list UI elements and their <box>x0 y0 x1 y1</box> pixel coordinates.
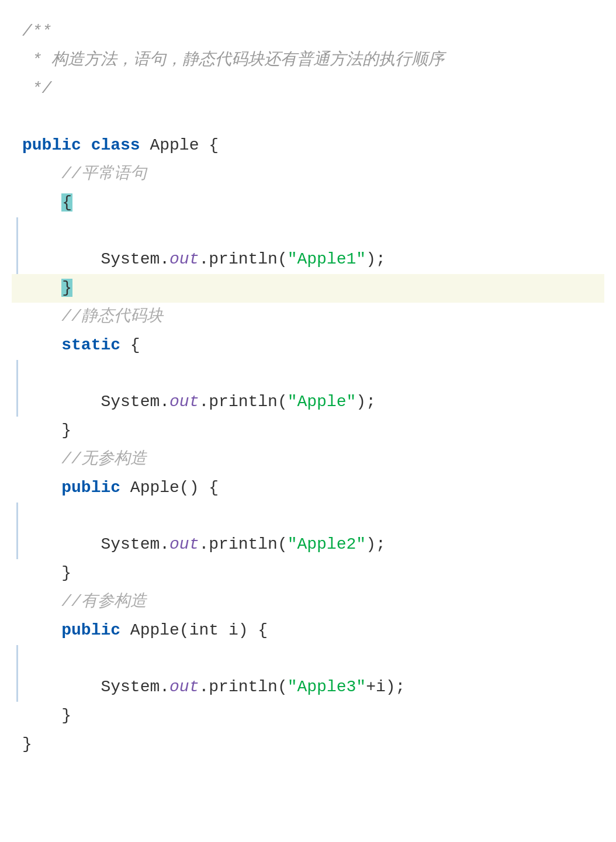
javadoc-close: */ <box>22 79 51 98</box>
gutter-17 <box>12 474 22 503</box>
gutter-22 <box>12 616 22 645</box>
gutter-21 <box>12 588 22 616</box>
gutter-23 <box>12 645 22 674</box>
keyword-public-3: public <box>61 621 120 639</box>
gutter-16 <box>12 445 22 474</box>
line-content-14: System.out.println("Apple"); <box>22 388 604 417</box>
method-out-3: out <box>169 535 199 553</box>
line-8 <box>12 217 604 246</box>
gutter-2 <box>12 46 22 75</box>
keyword-public-2: public <box>61 479 120 497</box>
gutter-5 <box>12 131 22 160</box>
gutter-7 <box>12 189 22 217</box>
comment-no-param: //无参构造 <box>61 450 147 468</box>
gutter-15 <box>12 417 22 445</box>
line-13 <box>12 360 604 389</box>
line-11: //静态代码块 <box>12 303 604 331</box>
line-20: } <box>12 559 604 588</box>
gutter-20 <box>12 559 22 588</box>
string-apple3: "Apple3" <box>288 678 366 696</box>
line-content-8 <box>22 217 604 246</box>
gutter-3 <box>12 75 22 103</box>
line-content-16: //无参构造 <box>22 445 604 474</box>
line-6: //平常语句 <box>12 160 604 189</box>
gutter-19 <box>12 531 22 559</box>
line-9: System.out.println("Apple1"); <box>12 245 604 274</box>
comment-static: //静态代码块 <box>61 307 163 325</box>
line-content-26: } <box>22 730 604 759</box>
method-out-2: out <box>169 393 199 411</box>
line-content-4 <box>22 103 604 131</box>
line-14: System.out.println("Apple"); <box>12 388 604 417</box>
line-2: * 构造方法，语句，静态代码块还有普通方法的执行顺序 <box>12 46 604 75</box>
bracket-close-highlighted: } <box>61 279 72 297</box>
keyword-public: public <box>22 136 81 154</box>
line-17: public Apple() { <box>12 474 604 503</box>
line-18 <box>12 503 604 531</box>
javadoc-comment: * 构造方法，语句，静态代码块还有普通方法的执行顺序 <box>22 51 444 69</box>
line-26: } <box>12 730 604 759</box>
string-apple: "Apple" <box>288 393 357 411</box>
keyword-static: static <box>61 336 120 354</box>
line-content-1: /** <box>22 18 604 46</box>
gutter-1 <box>12 18 22 46</box>
gutter-12 <box>12 331 22 360</box>
bracket-open-highlighted: { <box>61 193 72 212</box>
gutter-24 <box>12 673 22 702</box>
line-12: static { <box>12 331 604 360</box>
line-5: public class Apple { <box>12 131 604 160</box>
line-19: System.out.println("Apple2"); <box>12 531 604 559</box>
line-content-5: public class Apple { <box>22 131 604 160</box>
line-4 <box>12 103 604 131</box>
line-content-20: } <box>22 559 604 588</box>
gutter-6 <box>12 160 22 189</box>
line-24: System.out.println("Apple3"+i); <box>12 673 604 702</box>
line-content-24: System.out.println("Apple3"+i); <box>22 673 604 702</box>
line-content-19: System.out.println("Apple2"); <box>22 531 604 559</box>
gutter-18 <box>12 503 22 531</box>
line-7: { <box>12 189 604 217</box>
string-apple1: "Apple1" <box>288 250 366 268</box>
code-editor: /** * 构造方法，语句，静态代码块还有普通方法的执行顺序 */ public… <box>0 0 616 782</box>
line-22: public Apple(int i) { <box>12 616 604 645</box>
comment-with-param: //有参构造 <box>61 592 147 611</box>
line-25: } <box>12 702 604 730</box>
gutter-11 <box>12 303 22 331</box>
line-10: } <box>12 274 604 303</box>
line-23 <box>12 645 604 674</box>
line-content-9: System.out.println("Apple1"); <box>22 245 604 274</box>
gutter-26 <box>12 730 22 759</box>
gutter-14 <box>12 388 22 417</box>
gutter-10 <box>12 274 22 303</box>
line-content-25: } <box>22 702 604 730</box>
gutter-4 <box>12 103 22 131</box>
line-content-11: //静态代码块 <box>22 303 604 331</box>
comment-plain: //平常语句 <box>61 165 147 183</box>
line-content-7: { <box>22 189 604 217</box>
gutter-9 <box>12 245 22 274</box>
line-content-2: * 构造方法，语句，静态代码块还有普通方法的执行顺序 <box>22 46 604 75</box>
gutter-8 <box>12 217 22 246</box>
line-content-18 <box>22 503 604 531</box>
line-3: */ <box>12 75 604 103</box>
line-content-6: //平常语句 <box>22 160 604 189</box>
line-content-23 <box>22 645 604 674</box>
line-1: /** <box>12 18 604 46</box>
line-content-10: } <box>22 274 604 303</box>
line-15: } <box>12 417 604 445</box>
method-out: out <box>169 250 199 268</box>
method-out-4: out <box>169 678 199 696</box>
gutter-13 <box>12 360 22 389</box>
line-content-17: public Apple() { <box>22 474 604 503</box>
keyword-class: class <box>91 136 140 154</box>
line-content-22: public Apple(int i) { <box>22 616 604 645</box>
line-content-3: */ <box>22 75 604 103</box>
line-21: //有参构造 <box>12 588 604 616</box>
string-apple2: "Apple2" <box>288 535 366 553</box>
line-16: //无参构造 <box>12 445 604 474</box>
javadoc-open: /** <box>22 22 51 40</box>
line-content-15: } <box>22 417 604 445</box>
line-content-21: //有参构造 <box>22 588 604 616</box>
line-content-13 <box>22 360 604 389</box>
line-content-12: static { <box>22 331 604 360</box>
